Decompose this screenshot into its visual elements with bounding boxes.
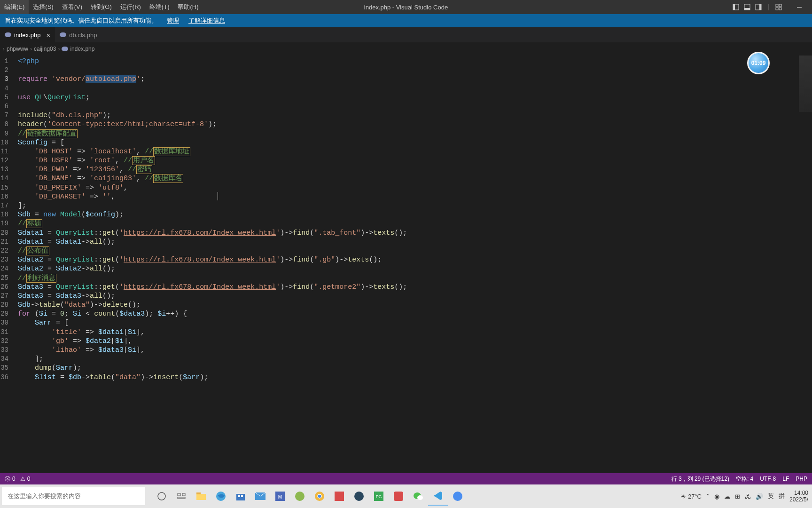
crumb-folder[interactable]: caijing03 [34, 46, 56, 52]
chevron-up-icon[interactable]: ˄ [706, 493, 710, 500]
code-line[interactable]: $data3 = QueryList::get('https://rl.fx67… [13, 283, 812, 292]
task-view-icon[interactable] [172, 487, 191, 506]
layout-bottom-icon[interactable] [743, 3, 751, 11]
code-line[interactable]: 'DB_NAME' => 'caijing03', //数据库名 [13, 174, 812, 183]
minimize-icon[interactable] [790, 0, 808, 14]
code-line[interactable]: $list = $db->table("data")->insert($arr)… [13, 373, 812, 382]
code-line[interactable]: //公布值 [13, 246, 812, 255]
volume-icon[interactable]: 🔊 [756, 493, 763, 500]
layout-right-icon[interactable] [754, 3, 763, 11]
code-line[interactable]: 'lihao' => $data3[$i], [13, 346, 812, 355]
code-line[interactable]: $data2 = QueryList::get('https://rl.fx67… [13, 255, 812, 264]
svg-rect-13 [182, 493, 185, 496]
chrome-icon[interactable] [310, 487, 329, 506]
code-line[interactable]: ]; [13, 355, 812, 364]
code-line[interactable]: require 'vendor/autoload.php'; [13, 75, 812, 84]
code-line[interactable]: 'title' => $data1[$i], [13, 328, 812, 337]
code-line[interactable]: 'DB_USER' => 'root', //用户名 [13, 156, 812, 165]
svg-rect-18 [236, 494, 245, 500]
code-line[interactable]: include("db.cls.php"); [13, 111, 812, 120]
code-line[interactable]: dump($arr); [13, 364, 812, 373]
errors-count[interactable]: ⓧ0 ⚠0 [5, 475, 30, 483]
code-line[interactable] [13, 84, 812, 93]
search-input[interactable]: 在这里输入你要搜索的内容 [2, 487, 145, 505]
line-number: 2 [0, 66, 8, 75]
app-icon-4[interactable] [448, 487, 468, 506]
menu-item[interactable]: 选择(S) [29, 0, 57, 14]
tray-icon[interactable]: ⊞ [735, 493, 740, 500]
mail-icon[interactable] [250, 487, 270, 506]
minimap[interactable] [799, 56, 812, 112]
crumb-file[interactable]: index.php [62, 46, 94, 52]
learn-more-link[interactable]: 了解详细信息 [188, 16, 225, 25]
code-line[interactable]: ]; [13, 201, 812, 210]
svg-rect-16 [196, 492, 201, 494]
customize-layout-icon[interactable] [774, 3, 783, 11]
code-line[interactable]: 'DB_HOST' => 'localhost', //数据库地址 [13, 147, 812, 156]
clock[interactable]: 14:00 2022/5/ [789, 490, 808, 503]
menu-item[interactable]: 转到(G) [86, 0, 116, 14]
code-line[interactable]: 'DB_PREFIX' => 'utf8', [13, 183, 812, 192]
code-line[interactable]: $db = new Model($config); [13, 210, 812, 219]
network-icon[interactable]: 🖧 [745, 493, 751, 500]
code-line[interactable]: <?php [13, 57, 812, 66]
cursor-position[interactable]: 行 3，列 29 (已选择12) [671, 475, 729, 483]
app-icon[interactable]: M [270, 487, 290, 506]
app-icon-2[interactable] [329, 487, 349, 506]
layout-left-icon[interactable] [732, 3, 740, 11]
editor[interactable]: 1234567891011121314151617181920212223242… [0, 56, 812, 473]
ime-indicator[interactable]: 英 [768, 492, 774, 500]
code-line[interactable]: 'gb' => $data2[$i], [13, 337, 812, 346]
code-line[interactable]: //链接数据库配置 [13, 129, 812, 138]
wechat-icon[interactable] [408, 487, 428, 506]
menu-item[interactable]: 终端(T) [145, 0, 174, 14]
explorer-icon[interactable] [191, 487, 211, 506]
menu-item[interactable]: 查看(V) [58, 0, 86, 14]
crumb-folder[interactable]: phpwww [7, 46, 28, 52]
php-file-icon [60, 32, 66, 37]
line-number: 13 [0, 165, 8, 174]
cortana-icon[interactable] [152, 487, 172, 506]
code-line[interactable]: $data1 = $data1->all(); [13, 238, 812, 246]
code-line[interactable]: //标题 [13, 219, 812, 228]
indent-status[interactable]: 空格: 4 [736, 475, 753, 483]
code-line[interactable]: 'DB_CHARSET' => '', [13, 192, 812, 201]
menu-item[interactable]: 帮助(H) [173, 0, 203, 14]
tab-db-cls-php[interactable]: db.cls.php [55, 27, 102, 42]
code-line[interactable]: $data3 = $data3->all(); [13, 292, 812, 301]
pycharm-icon[interactable]: PC [369, 487, 389, 506]
tab-index-php[interactable]: index.php × [0, 27, 55, 42]
weather-widget[interactable]: ☀ 27°C [680, 493, 702, 500]
code-line[interactable]: $db->table("data")->delete(); [13, 301, 812, 310]
code-line[interactable]: use QL\QueryList; [13, 93, 812, 102]
code-line[interactable]: 'DB_PWD' => '123456', //密码 [13, 165, 812, 174]
code-content[interactable]: <?phprequire 'vendor/autoload.php';use Q… [13, 56, 812, 473]
steam-icon[interactable] [349, 487, 369, 506]
code-line[interactable] [13, 66, 812, 75]
code-line[interactable] [13, 102, 812, 111]
ime-indicator[interactable]: 拼 [779, 492, 785, 500]
code-line[interactable]: $arr = [ [13, 318, 812, 327]
xbox-icon[interactable] [290, 487, 310, 506]
onedrive-icon[interactable]: ☁ [724, 493, 730, 500]
store-icon[interactable] [231, 487, 250, 506]
manage-link[interactable]: 管理 [167, 16, 179, 25]
close-icon[interactable]: × [46, 31, 50, 39]
encoding-status[interactable]: UTF-8 [760, 476, 776, 482]
menu-item[interactable]: 运行(R) [116, 0, 145, 14]
code-line[interactable]: //利好消息 [13, 274, 812, 283]
eol-status[interactable]: LF [782, 476, 789, 482]
vscode-icon[interactable] [428, 487, 448, 506]
code-line[interactable]: for ($i = 0; $i < count($data3); $i++) { [13, 310, 812, 318]
code-line[interactable]: $data2 = $data2->all(); [13, 264, 812, 273]
tray-icon[interactable]: ◉ [714, 493, 719, 500]
app-icon-3[interactable] [389, 487, 408, 506]
breadcrumb[interactable]: › phpwww › caijing03 › index.php [0, 42, 812, 56]
code-line[interactable]: $config = [ [13, 138, 812, 147]
tabbar: index.php × db.cls.php [0, 27, 812, 42]
menu-item[interactable]: 编辑(E) [0, 0, 29, 14]
code-line[interactable]: header('Content-type:text/html;charset=u… [13, 120, 812, 129]
language-status[interactable]: PHP [796, 476, 807, 482]
code-line[interactable]: $data1 = QueryList::get('https://rl.fx67… [13, 229, 812, 238]
edge-icon[interactable] [211, 487, 231, 506]
